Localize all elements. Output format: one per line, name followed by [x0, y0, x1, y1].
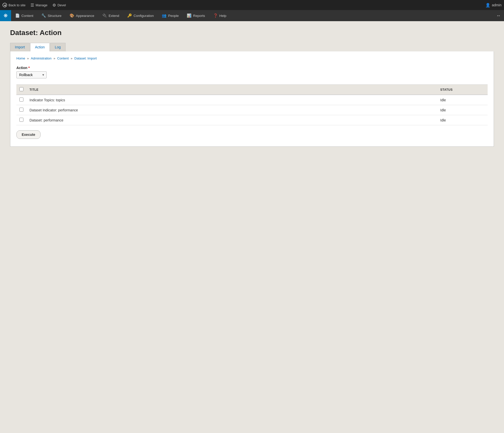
back-icon: ◀: [3, 3, 7, 7]
nav-item-extend[interactable]: 🔌 Extend: [98, 10, 123, 21]
action-field-label: Action *: [16, 66, 488, 70]
user-icon: 👤: [485, 3, 490, 8]
tab-import[interactable]: Import: [10, 43, 30, 51]
action-select-container: Rollback Import Revert ▼: [16, 71, 47, 78]
admin-bar-right: 👤 admin: [485, 3, 501, 8]
main-content: Dataset: Action Import Action Log Home »…: [0, 21, 504, 157]
table-row: Indicator Topics: topics Idle: [16, 95, 488, 105]
nav-item-reports[interactable]: 📊 Reports: [183, 10, 209, 21]
table-body: Indicator Topics: topics Idle Dataset In…: [16, 95, 488, 125]
back-to-site-label: Back to site: [9, 3, 25, 7]
action-select-wrapper: Rollback Import Revert ▼: [16, 71, 488, 78]
nav-collapse-button[interactable]: ↔: [493, 10, 504, 21]
nav-item-people[interactable]: 👥 People: [158, 10, 183, 21]
breadcrumb: Home » Administration » Content » Datase…: [16, 56, 488, 60]
breadcrumb-administration[interactable]: Administration: [31, 56, 51, 60]
structure-icon: 🔧: [41, 13, 46, 18]
nav-item-configuration[interactable]: 🔑 Configuration: [123, 10, 158, 21]
nav-logo-symbol: ❋: [4, 13, 8, 19]
breadcrumb-home[interactable]: Home: [16, 56, 25, 60]
people-icon: 👥: [162, 13, 167, 18]
nav-bar: ❋ 📄 Content 🔧 Structure 🎨 Appearance 🔌 E…: [0, 10, 504, 21]
hamburger-icon: ☰: [30, 3, 34, 8]
row-3-title: Dataset: performance: [26, 115, 437, 125]
gear-icon: ⚙: [52, 3, 56, 8]
select-all-checkbox[interactable]: [19, 87, 23, 91]
data-table: TITLE STATUS Indicator Topics: topics Id…: [16, 84, 488, 125]
tab-action[interactable]: Action: [30, 43, 50, 51]
nav-item-structure[interactable]: 🔧 Structure: [37, 10, 66, 21]
breadcrumb-dataset-import[interactable]: Dataset: Import: [74, 56, 97, 60]
action-select[interactable]: Rollback Import Revert: [16, 71, 47, 78]
row-checkbox-cell-1: [16, 95, 26, 105]
table-row: Dataset: performance Idle: [16, 115, 488, 125]
row-1-checkbox[interactable]: [19, 98, 23, 102]
table-row: Dataset Indicator: performance Idle: [16, 105, 488, 115]
reports-icon: 📊: [187, 13, 192, 18]
nav-content-label: Content: [21, 14, 33, 18]
row-2-title: Dataset Indicator: performance: [26, 105, 437, 115]
admin-bar: ◀ Back to site ☰ Manage ⚙ Devel 👤 admin: [0, 0, 504, 10]
breadcrumb-content[interactable]: Content: [57, 56, 69, 60]
row-1-title: Indicator Topics: topics: [26, 95, 437, 105]
nav-structure-label: Structure: [48, 14, 61, 18]
content-panel: Home » Administration » Content » Datase…: [10, 51, 494, 147]
required-indicator: *: [28, 66, 30, 70]
admin-username: admin: [492, 3, 501, 7]
page-title: Dataset: Action: [10, 29, 494, 37]
nav-logo[interactable]: ❋: [0, 10, 11, 21]
devel-label: Devel: [57, 3, 66, 7]
nav-reports-label: Reports: [193, 14, 205, 18]
nav-configuration-label: Configuration: [134, 14, 154, 18]
nav-item-content[interactable]: 📄 Content: [11, 10, 37, 21]
column-status: STATUS: [437, 85, 488, 95]
nav-item-appearance[interactable]: 🎨 Appearance: [66, 10, 98, 21]
nav-items: 📄 Content 🔧 Structure 🎨 Appearance 🔌 Ext…: [11, 10, 493, 21]
tab-log[interactable]: Log: [50, 43, 66, 51]
nav-extend-label: Extend: [109, 14, 119, 18]
devel-link[interactable]: ⚙ Devel: [52, 3, 66, 8]
nav-help-label: Help: [219, 14, 227, 18]
row-2-status: Idle: [437, 105, 488, 115]
appearance-icon: 🎨: [70, 13, 74, 18]
row-3-status: Idle: [437, 115, 488, 125]
content-icon: 📄: [15, 13, 20, 18]
nav-appearance-label: Appearance: [76, 14, 94, 18]
column-title: TITLE: [26, 85, 437, 95]
execute-button[interactable]: Execute: [16, 130, 41, 139]
extend-icon: 🔌: [102, 13, 107, 18]
header-checkbox-cell: [16, 85, 26, 95]
configuration-icon: 🔑: [127, 13, 132, 18]
nav-people-label: People: [168, 14, 179, 18]
tabs: Import Action Log: [10, 43, 494, 51]
row-checkbox-cell-2: [16, 105, 26, 115]
admin-bar-left: ◀ Back to site ☰ Manage ⚙ Devel: [3, 3, 66, 8]
manage-link[interactable]: ☰ Manage: [30, 3, 47, 8]
row-2-checkbox[interactable]: [19, 108, 23, 112]
help-icon: ❓: [213, 13, 218, 18]
row-checkbox-cell-3: [16, 115, 26, 125]
nav-bar-right: ↔: [493, 10, 504, 21]
row-1-status: Idle: [437, 95, 488, 105]
row-3-checkbox[interactable]: [19, 118, 23, 122]
table-head: TITLE STATUS: [16, 85, 488, 95]
back-to-site-link[interactable]: ◀ Back to site: [3, 3, 25, 7]
nav-item-help[interactable]: ❓ Help: [209, 10, 231, 21]
table-header-row: TITLE STATUS: [16, 85, 488, 95]
manage-label: Manage: [36, 3, 47, 7]
